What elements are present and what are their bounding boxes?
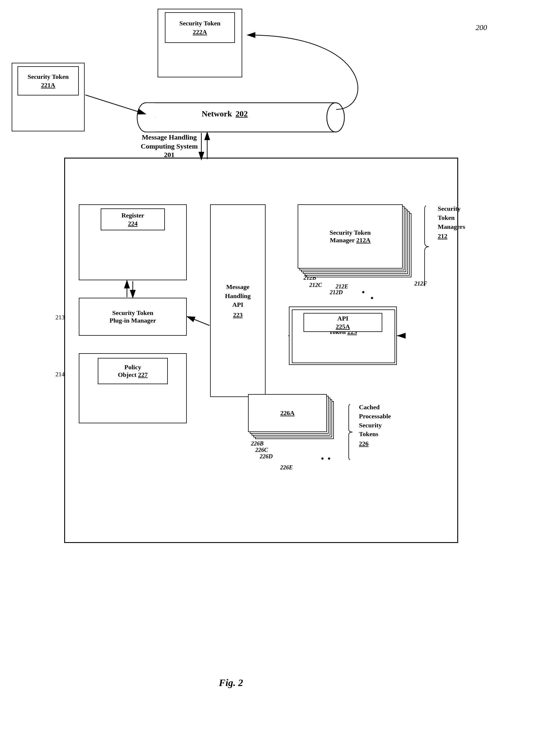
- stm-brace: [423, 204, 441, 286]
- network-label: Network 202: [181, 108, 268, 119]
- st222a-label: Security Token: [179, 19, 220, 28]
- reg224-label: Register: [121, 211, 144, 220]
- cpst-226d-ref: 226D: [260, 453, 273, 460]
- security-token-221a-box: Security Token 221A: [18, 66, 79, 96]
- svg-point-6: [137, 103, 155, 132]
- security-token-222a-box: Security Token 222A: [165, 12, 235, 43]
- cpst-226b-ref: 226B: [251, 440, 263, 447]
- st221a-label: Security Token: [27, 73, 68, 81]
- api225a-box: API 225A: [303, 313, 382, 332]
- st222a-ref: 222A: [193, 28, 207, 36]
- cpst-226e-ref: 226E: [280, 464, 293, 471]
- stm-212d-ref: 212D: [330, 289, 343, 296]
- api225a-label: API: [337, 314, 348, 323]
- cpst-226c-ref: 226C: [255, 447, 268, 453]
- stpm-213-box: Security TokenPlug-in Manager: [79, 298, 187, 336]
- pc-214-box: Policy Component PolicyObject 227: [79, 353, 187, 423]
- ref-213-label: 213: [56, 314, 65, 321]
- svg-rect-8: [146, 103, 155, 132]
- main-system-label: Message HandlingComputing System 201: [117, 133, 222, 159]
- reg224-ref: 224: [128, 220, 138, 227]
- stm-dots: •: [362, 288, 366, 297]
- stm-212c-ref: 212C: [309, 282, 322, 289]
- ref-214-label: 214: [56, 371, 65, 378]
- stm-212a-box: Security TokenManager 212A: [298, 204, 403, 269]
- api225a-ref: 225A: [336, 323, 350, 331]
- stm-group-ref: 212: [438, 232, 496, 240]
- st221a-ref: 221A: [41, 81, 56, 89]
- svg-point-7: [327, 103, 344, 132]
- cpst-brace: [347, 403, 362, 461]
- cpst-dots: • •: [321, 454, 332, 463]
- mhapi-label: MessageHandlingAPI: [225, 282, 251, 310]
- network-message-222-box: Network Message 222 Security Token 222A: [158, 9, 242, 77]
- figure-label: Fig. 2: [219, 677, 243, 688]
- mhapi-223-box: MessageHandlingAPI 223: [210, 204, 265, 397]
- cpst-group-ref: 226: [359, 440, 426, 448]
- cpst-226a-ref: 226A: [280, 409, 295, 417]
- ref-200-label: 200: [476, 23, 487, 32]
- svg-line-12: [85, 95, 145, 114]
- register-224-box: Register 224: [101, 209, 165, 230]
- svg-point-9: [327, 103, 344, 132]
- mhc-211-box: Message HandlingComponent 211 Register 2…: [79, 204, 187, 280]
- stpm-213-label: Security TokenPlug-in Manager: [109, 309, 156, 324]
- network-message-221-box: Network Message 221 Security Token 221A: [12, 63, 85, 131]
- policy-object-227-box: PolicyObject 227: [98, 358, 168, 384]
- stm-212a-ref: 212A: [356, 236, 371, 244]
- cpst-226a-box: 226A: [248, 394, 327, 432]
- cpst-group-label: CachedProcessableSecurityTokens 226: [359, 403, 426, 448]
- stm-group-label: SecurityTokenManagers 212: [438, 204, 496, 240]
- mhapi-ref: 223: [233, 311, 243, 319]
- po227-label: PolicyObject 227: [118, 363, 148, 379]
- pst-225-box: ProcessableSecurityToken 225 API 225A: [289, 306, 397, 365]
- stm-dots2: •: [371, 293, 374, 303]
